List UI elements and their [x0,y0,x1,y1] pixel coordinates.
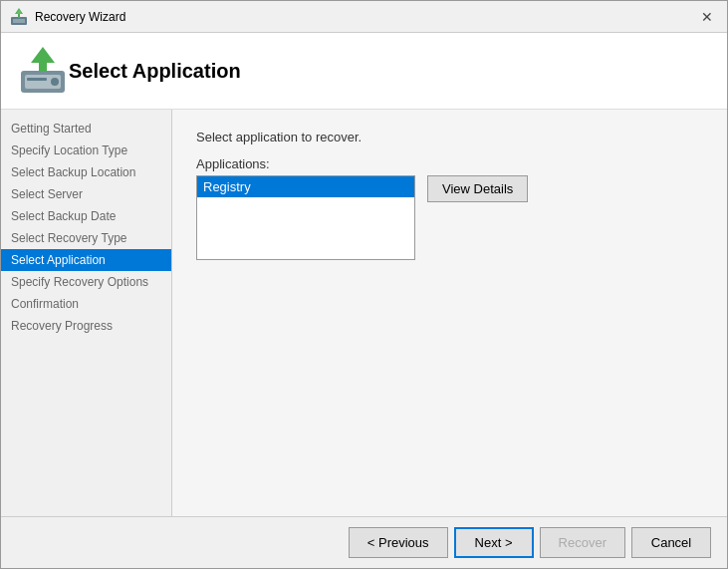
footer: < Previous Next > Recover Cancel [1,516,727,568]
window: Recovery Wizard ✕ Select Application Get… [0,0,728,569]
sidebar-item[interactable]: Select Backup Location [1,161,171,183]
list-and-button: Registry View Details [196,175,703,260]
header-icon [17,45,69,97]
view-details-button[interactable]: View Details [427,175,528,202]
panel: Select application to recover. Applicati… [172,110,727,516]
svg-rect-1 [13,19,25,23]
main-area: Select Application Getting StartedSpecif… [1,33,727,516]
svg-marker-8 [31,47,55,72]
sidebar-item: Select Application [1,249,171,271]
applications-list[interactable]: Registry [196,175,415,260]
applications-label: Applications: [196,156,703,171]
header-title: Select Application [69,60,241,83]
sidebar-item[interactable]: Select Server [1,183,171,205]
title-bar-text: Recovery Wizard [35,10,695,24]
cancel-button[interactable]: Cancel [631,527,711,558]
sidebar-item[interactable]: Select Recovery Type [1,227,171,249]
body-area: Getting StartedSpecify Location TypeSele… [1,110,727,516]
panel-description: Select application to recover. [196,130,703,144]
sidebar: Getting StartedSpecify Location TypeSele… [1,110,172,516]
sidebar-item[interactable]: Recovery Progress [1,315,171,337]
titlebar-icon [9,7,29,27]
sidebar-item[interactable]: Getting Started [1,118,171,140]
recover-button[interactable]: Recover [540,527,625,558]
svg-point-6 [51,78,59,86]
close-button[interactable]: ✕ [695,5,719,29]
sidebar-item[interactable]: Confirmation [1,293,171,315]
svg-rect-7 [27,78,47,81]
title-bar: Recovery Wizard ✕ [1,1,727,33]
sidebar-item[interactable]: Select Backup Date [1,205,171,227]
previous-button[interactable]: < Previous [349,527,448,558]
next-button[interactable]: Next > [454,527,534,558]
sidebar-item[interactable]: Specify Recovery Options [1,271,171,293]
sidebar-item[interactable]: Specify Location Type [1,140,171,161]
header-area: Select Application [1,33,727,110]
list-item[interactable]: Registry [197,176,414,197]
